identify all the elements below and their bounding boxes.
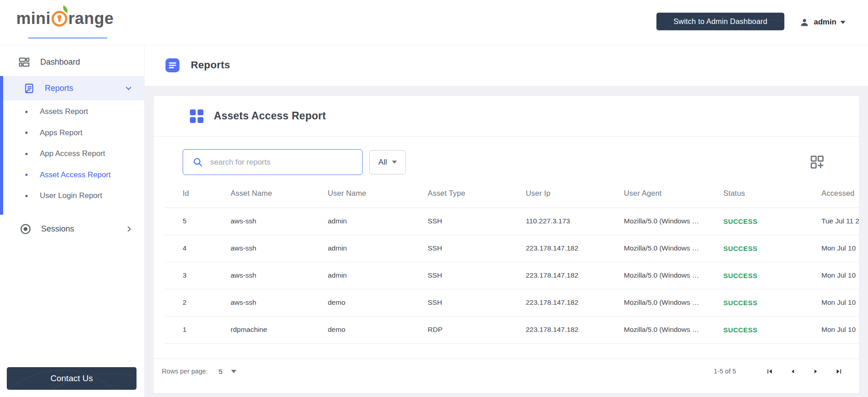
topbar: mini range Switch to Admin Dashboard adm… bbox=[0, 0, 868, 45]
sidebar: Dashboard Reports Assets ReportApps Repo… bbox=[0, 45, 145, 397]
cell-user_name: admin bbox=[328, 208, 428, 235]
sidebar-item-label: Reports bbox=[45, 84, 73, 93]
bullet-icon bbox=[25, 153, 28, 155]
sidebar-subitem-app-access-report[interactable]: App Access Report bbox=[0, 143, 145, 165]
sidebar-item-dashboard[interactable]: Dashboard bbox=[0, 52, 145, 72]
sidebar-subitem-label: App Access Report bbox=[40, 149, 105, 158]
cell-asset_name: aws-ssh bbox=[231, 235, 328, 262]
chevron-right-icon bbox=[125, 225, 133, 233]
previous-page-icon bbox=[789, 368, 797, 375]
cell-status: SUCCESS bbox=[723, 208, 821, 235]
first-page-icon bbox=[765, 367, 774, 376]
cell-user_agent: Mozilla/5.0 (Windows … bbox=[624, 235, 723, 262]
next-page-button[interactable] bbox=[807, 363, 824, 380]
page-title: Reports bbox=[191, 59, 230, 71]
switch-to-admin-dashboard-button[interactable]: Switch to Admin Dashboard bbox=[656, 13, 784, 30]
sidebar-subitem-apps-report[interactable]: Apps Report bbox=[0, 123, 145, 144]
cell-asset_type: SSH bbox=[428, 235, 526, 262]
first-page-button[interactable] bbox=[761, 363, 778, 380]
cell-asset_name: aws-ssh bbox=[231, 208, 328, 235]
app-screen: mini range Switch to Admin Dashboard adm… bbox=[0, 0, 868, 397]
table-row: 3aws-sshadminSSH223.178.147.182Mozilla/5… bbox=[165, 262, 859, 289]
page-header: Reports bbox=[145, 45, 868, 86]
bullet-icon bbox=[25, 195, 28, 197]
sidebar-item-label: Dashboard bbox=[40, 57, 80, 67]
logo-underline bbox=[28, 37, 108, 39]
filter-selected-value: All bbox=[378, 158, 387, 167]
dashboard-icon bbox=[18, 56, 30, 68]
previous-page-button[interactable] bbox=[784, 363, 801, 380]
rows-per-page-select[interactable]: 5 bbox=[208, 368, 236, 375]
table-row: 1rdpmachinedemoRDP223.178.147.182Mozilla… bbox=[165, 316, 859, 343]
sidebar-subitem-asset-access-report[interactable]: Asset Access Report bbox=[0, 165, 145, 186]
chevron-down-icon bbox=[840, 21, 845, 24]
column-header: User Ip bbox=[526, 180, 624, 208]
cell-asset_type: RDP bbox=[428, 316, 526, 343]
sidebar-item-sessions[interactable]: Sessions bbox=[0, 219, 145, 239]
cell-accessed: Mon Jul 10 bbox=[821, 235, 859, 262]
cell-asset_type: SSH bbox=[428, 262, 526, 289]
sidebar-subitem-assets-report[interactable]: Assets Report bbox=[0, 101, 145, 123]
logo-text-prefix: mini bbox=[16, 9, 51, 28]
cell-asset_type: SSH bbox=[428, 208, 526, 235]
reports-icon bbox=[24, 83, 35, 94]
card-title: Assets Access Report bbox=[214, 110, 326, 122]
table-row: 2aws-sshdemoSSH223.178.147.182Mozilla/5.… bbox=[165, 289, 859, 316]
cell-id: 3 bbox=[165, 262, 231, 289]
cell-user_name: demo bbox=[328, 289, 428, 316]
next-page-icon bbox=[812, 368, 820, 375]
contact-button-label: Contact Us bbox=[51, 373, 93, 383]
column-settings-button[interactable] bbox=[810, 155, 825, 170]
cell-asset_name: rdpmachine bbox=[231, 316, 328, 343]
sidebar-subitem-label: Asset Access Report bbox=[40, 170, 111, 180]
cell-id: 4 bbox=[165, 235, 231, 262]
active-section-indicator bbox=[0, 76, 3, 215]
last-page-icon bbox=[835, 367, 843, 376]
table-row: 4aws-sshadminSSH223.178.147.182Mozilla/5… bbox=[165, 235, 859, 262]
cell-status: SUCCESS bbox=[723, 289, 821, 316]
filter-dropdown[interactable]: All bbox=[369, 150, 406, 175]
logo-keyhole-icon bbox=[51, 10, 68, 27]
card-header: Assets Access Report bbox=[154, 96, 859, 137]
caret-down-icon bbox=[392, 161, 397, 164]
assets-access-table: IdAsset NameUser NameAsset TypeUser IpUs… bbox=[165, 180, 859, 344]
cell-user_ip: 223.178.147.182 bbox=[526, 289, 624, 316]
last-page-button[interactable] bbox=[830, 363, 847, 380]
sidebar-subitem-label: Assets Report bbox=[40, 107, 88, 116]
bullet-icon bbox=[25, 111, 28, 113]
sidebar-item-reports[interactable]: Reports bbox=[0, 76, 145, 100]
table-row: 5aws-sshadminSSH110.227.3.173Mozilla/5.0… bbox=[165, 208, 859, 235]
table-header-row: IdAsset NameUser NameAsset TypeUser IpUs… bbox=[165, 180, 859, 208]
cell-accessed: Mon Jul 10 bbox=[821, 289, 859, 316]
caret-down-icon bbox=[231, 370, 236, 373]
cell-user_name: admin bbox=[328, 262, 428, 289]
cell-id: 1 bbox=[165, 316, 231, 343]
bullet-icon bbox=[25, 174, 28, 176]
switch-button-label: Switch to Admin Dashboard bbox=[674, 17, 768, 25]
column-header: Asset Name bbox=[231, 180, 328, 208]
user-menu[interactable]: admin bbox=[799, 14, 845, 31]
chevron-down-icon bbox=[124, 84, 133, 93]
column-header: Asset Type bbox=[428, 180, 526, 208]
reports-page-icon bbox=[165, 58, 180, 73]
cell-id: 5 bbox=[165, 208, 231, 235]
report-grid-icon bbox=[189, 109, 204, 124]
pagination-bar: Rows per page: 5 1-5 of 5 bbox=[154, 359, 859, 384]
miniorange-logo[interactable]: mini range bbox=[16, 9, 114, 28]
search-input[interactable] bbox=[210, 158, 346, 167]
sidebar-subitem-label: User Login Report bbox=[40, 191, 102, 200]
cell-user_name: admin bbox=[328, 235, 428, 262]
sidebar-subitem-label: Apps Report bbox=[40, 128, 83, 137]
user-name-label: admin bbox=[814, 18, 836, 27]
table-body: 5aws-sshadminSSH110.227.3.173Mozilla/5.0… bbox=[165, 208, 859, 343]
sidebar-subitem-user-login-report[interactable]: User Login Report bbox=[0, 185, 145, 207]
column-header: Accessed bbox=[821, 180, 859, 208]
column-header: Status bbox=[723, 180, 821, 208]
contact-us-button[interactable]: Contact Us bbox=[7, 367, 137, 390]
pagination-range-label: 1-5 of 5 bbox=[714, 368, 736, 375]
cell-status: SUCCESS bbox=[723, 316, 821, 343]
logo-text-suffix: range bbox=[68, 9, 114, 28]
search-box bbox=[183, 149, 363, 175]
assets-access-report-card: Assets Access Report All bbox=[154, 96, 859, 393]
sidebar-subnav: Assets ReportApps ReportApp Access Repor… bbox=[0, 101, 145, 207]
